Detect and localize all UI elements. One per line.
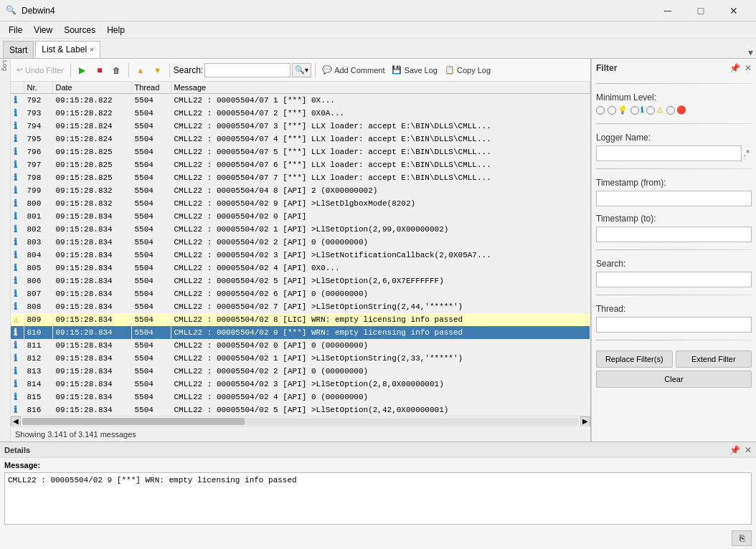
table-row[interactable]: ℹ 805 09:15:28.834 5504 CMLL22 : 0000550… <box>11 262 590 274</box>
details-pin-icon[interactable]: 📌 <box>729 445 740 455</box>
level-radio-info[interactable]: ℹ <box>630 105 643 115</box>
copy-log-button[interactable]: 📋 Copy Log <box>442 62 493 78</box>
info-icon: ℹ <box>14 263 17 274</box>
level-radio-error[interactable]: 🔴 <box>666 105 686 115</box>
trash-button[interactable]: 🗑 <box>109 62 125 78</box>
table-row[interactable]: ℹ 814 09:15:28.834 5504 CMLL22 : 0000550… <box>11 378 590 391</box>
row-nr: 802 <box>24 223 52 236</box>
table-row[interactable]: ℹ 804 09:15:28.834 5504 CMLL22 : 0000550… <box>11 249 590 262</box>
filter-btn-row: Replace Filter(s) Extend Filter <box>596 350 752 368</box>
tab-bar-pin[interactable]: ▾ <box>748 47 756 58</box>
table-row[interactable]: ℹ 799 09:15:28.832 5504 CMLL22 : 0000550… <box>11 184 590 197</box>
horizontal-scrollbar[interactable]: ◀ ▶ <box>11 416 590 426</box>
table-row[interactable]: ℹ 803 09:15:28.834 5504 CMLL22 : 0000550… <box>11 236 590 249</box>
tab-close-icon[interactable]: × <box>90 46 94 54</box>
undo-filter-label: Undo Filter <box>25 66 64 75</box>
search-input[interactable] <box>204 63 290 77</box>
table-row[interactable]: ℹ 792 09:15:28.822 5504 CMLL22 : 0000550… <box>11 94 590 108</box>
table-row[interactable]: ℹ 797 09:15:28.825 5504 CMLL22 : 0000550… <box>11 158 590 171</box>
table-row[interactable]: ℹ 794 09:15:28.824 5504 CMLL22 : 0000550… <box>11 120 590 133</box>
timestamp-to-input[interactable] <box>596 226 752 242</box>
timestamp-from-label: Timestamp (from): <box>596 178 752 188</box>
table-row[interactable]: ℹ 816 09:15:28.834 5504 CMLL22 : 0000550… <box>11 404 590 416</box>
row-message: CMLL22 : 00005504/07 3 [***] LLX loader:… <box>171 120 590 133</box>
table-row[interactable]: ℹ 802 09:15:28.834 5504 CMLL22 : 0000550… <box>11 223 590 236</box>
maximize-button[interactable]: □ <box>684 0 717 22</box>
info-icon: ℹ <box>14 392 17 403</box>
row-level-icon: ℹ <box>11 184 24 197</box>
play-button[interactable]: ▶ <box>75 62 90 78</box>
extend-filter-button[interactable]: Extend Filter <box>676 350 752 368</box>
filter-close-icon[interactable]: ✕ <box>745 63 752 73</box>
filter-search-input[interactable] <box>596 272 752 287</box>
col-header-message[interactable]: Message <box>171 82 590 94</box>
table-row[interactable]: ℹ 810 09:15:28.834 5504 CMLL22 : 0000550… <box>11 326 590 339</box>
scroll-up-button[interactable]: ▲ <box>133 62 148 78</box>
hscroll-left-btn[interactable]: ◀ <box>11 416 21 426</box>
hscroll-thumb[interactable] <box>22 418 245 425</box>
timestamp-from-input[interactable] <box>596 191 752 206</box>
menu-help[interactable]: Help <box>101 24 131 37</box>
copy-message-button[interactable]: ⎘ <box>732 530 752 546</box>
row-nr: 794 <box>24 120 52 133</box>
table-row[interactable]: ℹ 798 09:15:28.825 5504 CMLL22 : 0000550… <box>11 171 590 184</box>
log-table-container[interactable]: Nr. Date Thread Message ℹ 792 09:15:28.8… <box>11 82 590 416</box>
col-header-nr[interactable]: Nr. <box>24 82 52 94</box>
row-date: 09:15:28.834 <box>52 287 131 300</box>
logger-name-input[interactable] <box>596 145 742 161</box>
minimize-button[interactable]: ─ <box>651 0 684 22</box>
details-close-icon[interactable]: ✕ <box>745 445 752 455</box>
level-radio-warn[interactable]: ⚠ <box>646 105 663 115</box>
table-row[interactable]: ℹ 806 09:15:28.834 5504 CMLL22 : 0000550… <box>11 274 590 287</box>
replace-filter-button[interactable]: Replace Filter(s) <box>596 350 673 368</box>
col-header-thread[interactable]: Thread <box>131 82 171 94</box>
table-row[interactable]: ℹ 800 09:15:28.832 5504 CMLL22 : 0000550… <box>11 197 590 210</box>
filter-thread-input[interactable] <box>596 317 752 333</box>
row-thread: 5504 <box>131 120 171 133</box>
close-button[interactable]: ✕ <box>717 0 750 22</box>
menu-sources[interactable]: Sources <box>58 24 101 37</box>
min-level-label: Minimum Level: <box>596 92 752 102</box>
table-row[interactable]: ℹ 801 09:15:28.834 5504 CMLL22 : 0000550… <box>11 210 590 223</box>
search-execute-button[interactable]: 🔍▾ <box>292 63 311 77</box>
row-nr: 795 <box>24 133 52 145</box>
menu-view[interactable]: View <box>28 24 58 37</box>
undo-filter-button[interactable]: ↩ Undo Filter <box>14 62 67 78</box>
row-thread: 5504 <box>131 94 171 108</box>
clear-filter-button[interactable]: Clear <box>596 371 752 388</box>
tab-list-label[interactable]: List & Label × <box>35 41 100 58</box>
table-row[interactable]: ℹ 796 09:15:28.825 5504 CMLL22 : 0000550… <box>11 145 590 158</box>
level-radio-debug[interactable]: 💡 <box>608 105 628 115</box>
row-nr: 799 <box>24 184 52 197</box>
info-icon: ℹ <box>14 95 17 106</box>
table-row[interactable]: ℹ 811 09:15:28.834 5504 CMLL22 : 0000550… <box>11 339 590 352</box>
table-row[interactable]: ℹ 807 09:15:28.834 5504 CMLL22 : 0000550… <box>11 287 590 300</box>
details-panel: Details 📌 ✕ Message: CMLL22 : 00005504/0… <box>0 441 756 549</box>
row-message: CMLL22 : 00005504/04 8 [API] 2 (0X000000… <box>171 184 590 197</box>
row-nr: 793 <box>24 107 52 120</box>
menu-file[interactable]: File <box>3 24 28 37</box>
row-nr: 803 <box>24 236 52 249</box>
table-row[interactable]: ℹ 793 09:15:28.822 5504 CMLL22 : 0000550… <box>11 107 590 120</box>
stop-button[interactable]: ■ <box>92 62 108 78</box>
hscroll-track[interactable] <box>22 418 579 425</box>
level-radio-none[interactable] <box>596 106 605 115</box>
add-comment-button[interactable]: 💬 Add Comment <box>319 62 387 78</box>
table-row[interactable]: ℹ 808 09:15:28.834 5504 CMLL22 : 0000550… <box>11 300 590 313</box>
row-nr: 800 <box>24 197 52 210</box>
table-row[interactable]: ℹ 815 09:15:28.834 5504 CMLL22 : 0000550… <box>11 391 590 404</box>
col-header-date[interactable]: Date <box>52 82 131 94</box>
table-row[interactable]: ℹ 812 09:15:28.834 5504 CMLL22 : 0000550… <box>11 352 590 365</box>
min-level-row: 💡 ℹ ⚠ 🔴 <box>596 105 752 115</box>
tab-start[interactable]: Start <box>3 41 34 58</box>
table-row[interactable]: ℹ 795 09:15:28.824 5504 CMLL22 : 0000550… <box>11 133 590 145</box>
scroll-down-button[interactable]: ▼ <box>150 62 166 78</box>
hscroll-right-btn[interactable]: ▶ <box>580 416 590 426</box>
filter-pin-icon[interactable]: 📌 <box>729 63 740 73</box>
save-log-button[interactable]: 💾 Save Log <box>389 62 440 78</box>
table-row[interactable]: ⚠ 809 09:15:28.834 5504 CMLL22 : 0000550… <box>11 313 590 326</box>
row-nr: 816 <box>24 404 52 416</box>
row-message: CMLL22 : 00005504/02 7 [API] >LlSetOptio… <box>171 300 590 313</box>
search-box: Search: 🔍▾ <box>174 63 311 77</box>
table-row[interactable]: ℹ 813 09:15:28.834 5504 CMLL22 : 0000550… <box>11 365 590 378</box>
